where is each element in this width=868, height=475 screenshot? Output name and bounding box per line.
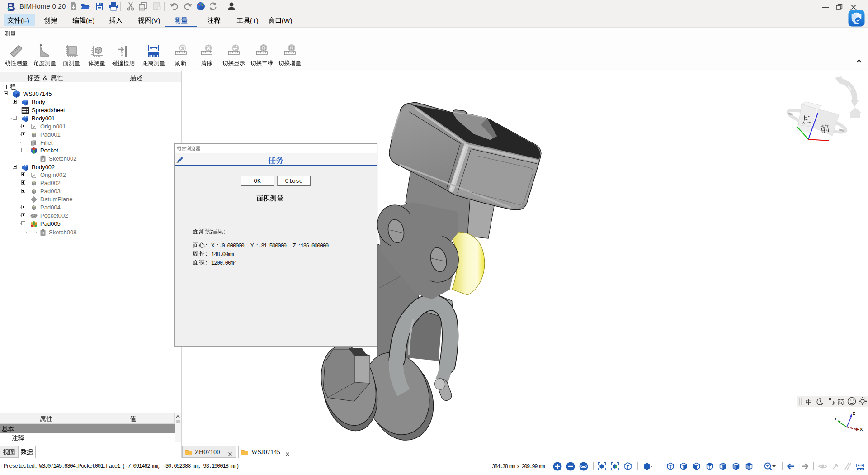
- svg-text:X: X: [860, 427, 863, 432]
- svg-text:Z: Z: [853, 411, 855, 416]
- svg-text:Y: Y: [834, 416, 837, 421]
